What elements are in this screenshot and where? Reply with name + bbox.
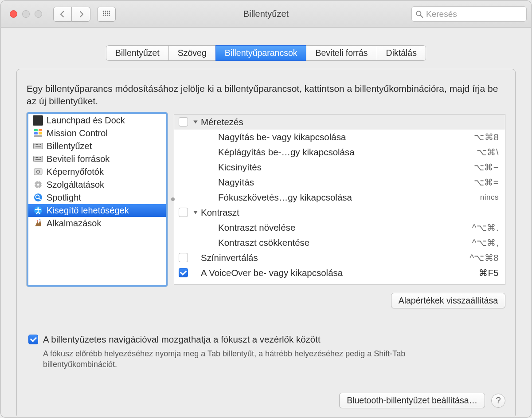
svg-rect-22 (37, 144, 38, 145)
shortcut-label: Képlágyítás be-…gy kikapcsolása (192, 147, 477, 158)
sidebar-item-accessibility[interactable]: Kisegítő lehetőségek (28, 204, 166, 217)
svg-point-9 (105, 14, 106, 16)
svg-rect-23 (39, 144, 39, 145)
checkbox-zoom-group[interactable] (179, 117, 188, 126)
row-zoom-out[interactable]: Kicsinyítés ⌥⌘− (174, 160, 505, 175)
shortcut-label: Kontraszt csökkentése (192, 237, 472, 248)
sidebar-item-screenshots[interactable]: Képernyőfotók (28, 166, 166, 178)
screenshots-icon (33, 167, 43, 177)
svg-point-3 (109, 10, 110, 12)
row-invert-colors[interactable]: Színinvertálás ^⌥⌘8 (174, 250, 505, 265)
svg-rect-25 (35, 146, 41, 147)
shortcut-keys[interactable]: ⌥⌘\ (477, 147, 499, 158)
checkbox-voiceover[interactable] (179, 268, 188, 277)
svg-rect-15 (39, 129, 42, 131)
svg-point-41 (34, 193, 42, 201)
titlebar: Billentyűzet (1, 1, 531, 28)
shortcut-keys[interactable]: ⌥⌘− (474, 162, 499, 173)
shortcut-keys[interactable]: ^⌥⌘8 (469, 252, 499, 263)
sidebar-item-mission-control[interactable]: Mission Control (28, 127, 166, 140)
svg-rect-28 (36, 157, 37, 158)
tab-keyboard[interactable]: Billentyűzet (106, 45, 168, 61)
svg-rect-17 (39, 132, 42, 134)
shortcut-keys[interactable]: ⌘F5 (479, 268, 499, 278)
svg-point-11 (109, 14, 110, 16)
row-zoom-toggle[interactable]: Nagyítás be- vagy kikapcsolása ⌥⌘8 (174, 130, 505, 145)
sidebar-item-label: Szolgáltatások (47, 180, 104, 190)
svg-rect-24 (40, 144, 41, 145)
category-sidebar[interactable]: Launchpad és Dock Mission Control Billen… (27, 112, 168, 287)
split-view: Launchpad és Dock Mission Control Billen… (27, 112, 505, 287)
tab-shortcuts[interactable]: Billentyűparancsok (215, 45, 306, 61)
focus-nav-checkbox[interactable] (28, 335, 38, 344)
shortcut-keys[interactable]: nincs (480, 193, 499, 202)
search-field[interactable] (411, 6, 527, 22)
checkbox-invert[interactable] (179, 253, 188, 262)
input-sources-icon (33, 154, 43, 164)
tab-text[interactable]: Szöveg (168, 45, 215, 61)
svg-rect-29 (37, 157, 38, 158)
shortcut-keys[interactable]: ⌥⌘8 (474, 132, 499, 142)
disclosure-icon[interactable] (192, 209, 199, 216)
help-button[interactable]: ? (491, 394, 505, 408)
instruction-text: Egy billentyűparancs módosításához jelöl… (27, 83, 505, 108)
row-contrast-up[interactable]: Kontraszt növelése ^⌥⌘. (174, 220, 505, 235)
sidebar-item-spotlight[interactable]: Spotlight (28, 191, 166, 204)
svg-rect-21 (36, 144, 37, 145)
resize-handle[interactable] (171, 197, 175, 201)
sidebar-item-label: Kisegítő lehetőségek (47, 205, 129, 216)
row-zoom-in[interactable]: Nagyítás ⌥⌘= (174, 175, 505, 190)
zoom-button[interactable] (35, 10, 42, 18)
shortcut-keys[interactable]: ⌥⌘= (474, 177, 499, 188)
sidebar-item-keyboard[interactable]: Billentyűzet (28, 140, 166, 153)
back-button[interactable] (53, 7, 72, 22)
svg-point-6 (107, 12, 108, 14)
svg-point-0 (103, 10, 104, 12)
minimize-button[interactable] (22, 10, 30, 18)
group-zoom[interactable]: Méretezés (174, 114, 505, 130)
sidebar-item-applications[interactable]: Alkalmazások (28, 217, 166, 230)
focus-nav-checkbox-row[interactable]: A billentyűzetes navigációval mozgathatj… (28, 334, 505, 345)
svg-point-4 (103, 12, 104, 14)
shortcut-label: A VoiceOver be- vagy kikapcsolása (201, 268, 479, 278)
svg-rect-18 (34, 135, 42, 137)
disclosure-icon[interactable] (192, 119, 199, 125)
svg-rect-32 (35, 159, 41, 160)
shortcut-keys[interactable]: ^⌥⌘, (472, 237, 499, 248)
checkbox-contrast-group[interactable] (179, 208, 188, 217)
svg-point-1 (105, 10, 106, 12)
launchpad-dock-icon (33, 115, 43, 126)
sidebar-item-services[interactable]: Szolgáltatások (28, 178, 166, 191)
sidebar-item-input-sources[interactable]: Beviteli források (28, 153, 166, 166)
sidebar-item-label: Beviteli források (47, 154, 110, 164)
shortcut-label: Színinvertálás (201, 252, 469, 263)
svg-rect-19 (33, 143, 43, 149)
bluetooth-keyboard-button[interactable]: Bluetooth-billentyűzet beállítása… (339, 393, 485, 408)
content-panel: Egy billentyűparancs módosításához jelöl… (16, 69, 516, 418)
svg-point-36 (37, 184, 39, 186)
show-all-button[interactable] (97, 7, 116, 22)
tab-dictation[interactable]: Diktálás (377, 45, 426, 61)
group-contrast[interactable]: Kontraszt (174, 205, 505, 220)
svg-point-5 (105, 12, 106, 14)
shortcut-keys[interactable]: ^⌥⌘. (472, 222, 499, 233)
row-smooth-toggle[interactable]: Képlágyítás be-…gy kikapcsolása ⌥⌘\ (174, 145, 505, 160)
svg-point-45 (37, 207, 39, 209)
nav-buttons (53, 7, 90, 22)
svg-rect-27 (35, 157, 35, 158)
row-voiceover[interactable]: A VoiceOver be- vagy kikapcsolása ⌘F5 (174, 265, 505, 280)
svg-point-10 (107, 14, 108, 16)
sidebar-item-launchpad-dock[interactable]: Launchpad és Dock (28, 114, 166, 127)
row-contrast-down[interactable]: Kontraszt csökkentése ^⌥⌘, (174, 235, 505, 250)
restore-defaults-button[interactable]: Alapértékek visszaállítása (391, 293, 505, 308)
forward-button[interactable] (72, 7, 90, 22)
close-button[interactable] (10, 10, 17, 18)
shortcuts-table[interactable]: Méretezés Nagyítás be- vagy kikapcsolása… (174, 114, 505, 285)
sidebar-item-label: Mission Control (47, 128, 108, 138)
row-focus-follow[interactable]: Fókuszkövetés…gy kikapcsolása nincs (174, 190, 505, 205)
svg-point-8 (103, 14, 104, 16)
keyboard-icon (33, 141, 43, 151)
search-input[interactable] (426, 9, 523, 19)
shortcut-label: Kicsinyítés (192, 162, 474, 173)
tab-input-sources[interactable]: Beviteli forrás (306, 45, 376, 61)
